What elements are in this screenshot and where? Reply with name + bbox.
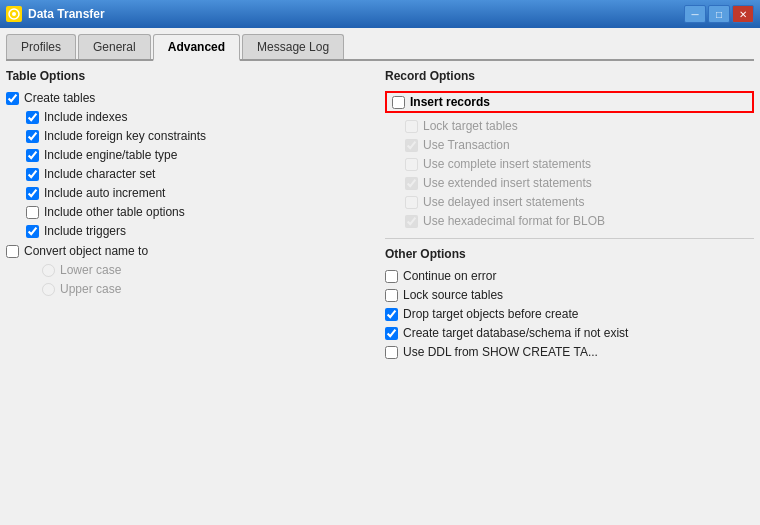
use-complete-insert-checkbox[interactable] [405, 158, 418, 171]
use-transaction-checkbox[interactable] [405, 139, 418, 152]
include-other-options-row: Include other table options [26, 205, 375, 219]
lock-source-tables-checkbox[interactable] [385, 289, 398, 302]
include-engine-type-label: Include engine/table type [44, 148, 177, 162]
lower-case-row: Lower case [42, 263, 375, 277]
window-body: Profiles General Advanced Message Log Ta… [0, 28, 760, 525]
app-icon [6, 6, 22, 22]
use-extended-insert-label: Use extended insert statements [423, 176, 592, 190]
create-target-db-checkbox[interactable] [385, 327, 398, 340]
svg-point-1 [12, 12, 16, 16]
include-triggers-label: Include triggers [44, 224, 126, 238]
title-bar-buttons: ─ □ ✕ [684, 5, 754, 23]
include-foreign-key-row: Include foreign key constraints [26, 129, 375, 143]
lock-target-tables-label: Lock target tables [423, 119, 518, 133]
continue-on-error-checkbox[interactable] [385, 270, 398, 283]
create-tables-checkbox[interactable] [6, 92, 19, 105]
left-panel: Table Options Create tables Include inde… [6, 69, 375, 504]
insert-records-checkbox[interactable] [392, 96, 405, 109]
lock-source-tables-label: Lock source tables [403, 288, 503, 302]
close-button[interactable]: ✕ [732, 5, 754, 23]
insert-records-label: Insert records [410, 95, 490, 109]
continue-on-error-row: Continue on error [385, 269, 754, 283]
lower-case-radio[interactable] [42, 264, 55, 277]
create-tables-row: Create tables [6, 91, 375, 105]
create-target-db-label: Create target database/schema if not exi… [403, 326, 628, 340]
lower-case-label: Lower case [60, 263, 121, 277]
tab-general[interactable]: General [78, 34, 151, 59]
include-engine-type-checkbox[interactable] [26, 149, 39, 162]
upper-case-row: Upper case [42, 282, 375, 296]
include-engine-type-row: Include engine/table type [26, 148, 375, 162]
create-tables-label: Create tables [24, 91, 95, 105]
create-target-db-row: Create target database/schema if not exi… [385, 326, 754, 340]
use-ddl-row: Use DDL from SHOW CREATE TA... [385, 345, 754, 359]
use-hex-format-label: Use hexadecimal format for BLOB [423, 214, 605, 228]
insert-records-container: Insert records [385, 91, 754, 113]
include-character-set-checkbox[interactable] [26, 168, 39, 181]
convert-object-name-checkbox[interactable] [6, 245, 19, 258]
use-hex-format-checkbox[interactable] [405, 215, 418, 228]
use-transaction-label: Use Transaction [423, 138, 510, 152]
include-character-set-label: Include character set [44, 167, 155, 181]
lock-source-tables-row: Lock source tables [385, 288, 754, 302]
use-delayed-insert-row: Use delayed insert statements [405, 195, 754, 209]
include-other-options-checkbox[interactable] [26, 206, 39, 219]
use-ddl-checkbox[interactable] [385, 346, 398, 359]
tab-advanced[interactable]: Advanced [153, 34, 240, 61]
use-hex-format-row: Use hexadecimal format for BLOB [405, 214, 754, 228]
include-triggers-checkbox[interactable] [26, 225, 39, 238]
convert-object-name-row: Convert object name to [6, 244, 375, 258]
use-delayed-insert-checkbox[interactable] [405, 196, 418, 209]
include-auto-increment-row: Include auto increment [26, 186, 375, 200]
right-panel: Record Options Insert records Lock targe… [385, 69, 754, 504]
drop-target-objects-checkbox[interactable] [385, 308, 398, 321]
use-extended-insert-row: Use extended insert statements [405, 176, 754, 190]
lock-target-tables-row: Lock target tables [405, 119, 754, 133]
continue-on-error-label: Continue on error [403, 269, 496, 283]
include-auto-increment-label: Include auto increment [44, 186, 165, 200]
include-indexes-row: Include indexes [26, 110, 375, 124]
other-options-section: Other Options Continue on error Lock sou… [385, 238, 754, 359]
convert-object-name-label: Convert object name to [24, 244, 148, 258]
content-area: Table Options Create tables Include inde… [6, 69, 754, 504]
insert-records-highlight: Insert records [385, 91, 754, 113]
maximize-button[interactable]: □ [708, 5, 730, 23]
include-foreign-key-label: Include foreign key constraints [44, 129, 206, 143]
record-options-title: Record Options [385, 69, 754, 83]
tab-profiles[interactable]: Profiles [6, 34, 76, 59]
include-character-set-row: Include character set [26, 167, 375, 181]
drop-target-objects-label: Drop target objects before create [403, 307, 578, 321]
include-triggers-row: Include triggers [26, 224, 375, 238]
upper-case-label: Upper case [60, 282, 121, 296]
window-title: Data Transfer [28, 7, 105, 21]
use-extended-insert-checkbox[interactable] [405, 177, 418, 190]
other-options-title: Other Options [385, 247, 754, 261]
use-transaction-row: Use Transaction [405, 138, 754, 152]
tab-bar: Profiles General Advanced Message Log [6, 34, 754, 61]
tab-message-log[interactable]: Message Log [242, 34, 344, 59]
use-complete-insert-label: Use complete insert statements [423, 157, 591, 171]
lock-target-tables-checkbox[interactable] [405, 120, 418, 133]
include-indexes-checkbox[interactable] [26, 111, 39, 124]
include-other-options-label: Include other table options [44, 205, 185, 219]
upper-case-radio[interactable] [42, 283, 55, 296]
use-ddl-label: Use DDL from SHOW CREATE TA... [403, 345, 598, 359]
title-bar-left: Data Transfer [6, 6, 105, 22]
use-complete-insert-row: Use complete insert statements [405, 157, 754, 171]
include-auto-increment-checkbox[interactable] [26, 187, 39, 200]
drop-target-objects-row: Drop target objects before create [385, 307, 754, 321]
minimize-button[interactable]: ─ [684, 5, 706, 23]
include-indexes-label: Include indexes [44, 110, 127, 124]
table-options-title: Table Options [6, 69, 375, 83]
include-foreign-key-checkbox[interactable] [26, 130, 39, 143]
title-bar: Data Transfer ─ □ ✕ [0, 0, 760, 28]
use-delayed-insert-label: Use delayed insert statements [423, 195, 584, 209]
